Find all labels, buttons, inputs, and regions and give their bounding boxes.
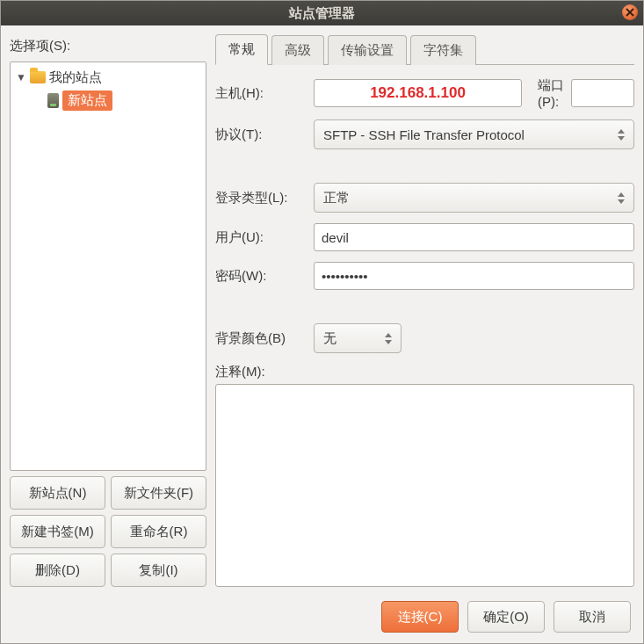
chevron-down-icon[interactable]: ▼ xyxy=(16,71,26,83)
new-folder-button[interactable]: 新文件夹(F) xyxy=(111,476,206,510)
right-panel: 常规 高级 传输设置 字符集 主机(H): 端口(P): 协议(T): SFT xyxy=(215,34,634,587)
row-host: 主机(H): 端口(P): xyxy=(215,77,634,109)
new-bookmark-button[interactable]: 新建书签(M) xyxy=(10,515,105,548)
row-protocol: 协议(T): SFTP - SSH File Transfer Protocol xyxy=(215,119,634,149)
row-logon-type: 登录类型(L): 正常 xyxy=(215,183,634,213)
site-tree[interactable]: ▼ 我的站点 新站点 xyxy=(10,62,206,471)
protocol-label: 协议(T): xyxy=(215,127,307,143)
folder-icon xyxy=(30,71,46,83)
bgcolor-label: 背景颜色(B) xyxy=(215,330,307,347)
user-label: 用户(U): xyxy=(215,229,307,246)
updown-icon xyxy=(618,192,625,204)
logon-type-select[interactable]: 正常 xyxy=(314,183,634,213)
logon-type-label: 登录类型(L): xyxy=(215,190,307,206)
select-entry-label: 选择项(S): xyxy=(10,38,206,54)
row-user: 用户(U): xyxy=(215,223,634,251)
tree-root-label: 我的站点 xyxy=(49,69,102,86)
bgcolor-value: 无 xyxy=(323,330,336,347)
tab-transfer[interactable]: 传输设置 xyxy=(328,35,407,65)
new-site-button[interactable]: 新站点(N) xyxy=(10,476,105,510)
tree-buttons: 新站点(N) 新文件夹(F) 新建书签(M) 重命名(R) 删除(D) 复制(I… xyxy=(10,476,206,587)
window-body: 选择项(S): ▼ 我的站点 新站点 新站点(N) 新文件夹(F) 新 xyxy=(1,25,643,643)
host-input[interactable] xyxy=(314,79,522,107)
tab-general[interactable]: 常规 xyxy=(215,34,268,65)
server-icon xyxy=(47,93,59,108)
updown-icon xyxy=(385,333,392,344)
left-panel: 选择项(S): ▼ 我的站点 新站点 新站点(N) 新文件夹(F) 新 xyxy=(10,34,206,587)
tree-row-site[interactable]: 新站点 xyxy=(11,89,206,112)
protocol-value: SFTP - SSH File Transfer Protocol xyxy=(323,127,525,142)
site-manager-window: 站点管理器 选择项(S): ▼ 我的站点 新站点 xyxy=(0,0,644,644)
protocol-select[interactable]: SFTP - SSH File Transfer Protocol xyxy=(314,119,634,149)
window-title: 站点管理器 xyxy=(289,5,355,22)
password-input[interactable] xyxy=(314,262,634,290)
close-icon[interactable] xyxy=(622,4,638,20)
comments-textarea[interactable] xyxy=(215,384,634,587)
port-input[interactable] xyxy=(571,79,634,107)
updown-icon xyxy=(618,129,625,141)
comments-label: 注释(M): xyxy=(215,364,634,380)
bgcolor-select[interactable]: 无 xyxy=(314,323,402,353)
tree-row-root[interactable]: ▼ 我的站点 xyxy=(11,66,206,89)
dialog-footer: 连接(C) 确定(O) 取消 xyxy=(1,592,643,643)
host-label: 主机(H): xyxy=(215,85,307,102)
comments-wrap xyxy=(215,384,634,587)
delete-button[interactable]: 删除(D) xyxy=(10,554,105,587)
tab-advanced[interactable]: 高级 xyxy=(271,35,324,65)
tree-site-label: 新站点 xyxy=(62,90,112,111)
logon-type-value: 正常 xyxy=(323,190,350,206)
user-input[interactable] xyxy=(314,223,634,251)
cancel-button[interactable]: 取消 xyxy=(554,601,631,633)
rename-button[interactable]: 重命名(R) xyxy=(111,515,206,548)
titlebar[interactable]: 站点管理器 xyxy=(1,1,643,25)
ok-button[interactable]: 确定(O) xyxy=(467,601,545,633)
password-label: 密码(W): xyxy=(215,268,307,285)
port-label: 端口(P): xyxy=(538,77,564,109)
tab-charset[interactable]: 字符集 xyxy=(410,35,476,65)
main-pane: 选择项(S): ▼ 我的站点 新站点 新站点(N) 新文件夹(F) 新 xyxy=(1,25,643,592)
connect-button[interactable]: 连接(C) xyxy=(381,601,459,633)
copy-button[interactable]: 复制(I) xyxy=(111,554,206,587)
row-password: 密码(W): xyxy=(215,262,634,290)
tab-strip: 常规 高级 传输设置 字符集 xyxy=(215,34,634,65)
row-bgcolor: 背景颜色(B) 无 xyxy=(215,323,634,353)
